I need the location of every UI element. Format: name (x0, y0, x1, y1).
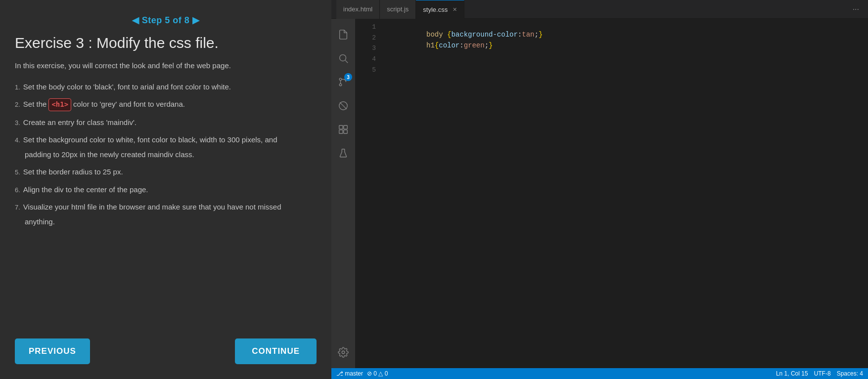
svg-rect-7 (339, 126, 343, 129)
tab-label-style: style.css (423, 6, 448, 13)
svg-line-1 (345, 60, 348, 63)
svg-point-2 (339, 78, 342, 81)
item-text-7: Visualize your html file in the browser … (23, 201, 281, 213)
status-ln-col: Ln 1, Col 15 (776, 370, 808, 377)
svg-point-4 (339, 84, 342, 86)
line-number-2: 2 (360, 34, 376, 42)
item-post-2: color to 'grey' and font to verdana. (73, 98, 185, 111)
line-number-5: 5 (360, 66, 376, 74)
item-number-3: 3. (15, 118, 20, 128)
status-bar-right: Ln 1, Col 15 UTF-8 Spaces: 4 (776, 370, 863, 377)
tab-index-html[interactable]: index.html (336, 0, 380, 19)
continue-button[interactable]: CONTINUE (235, 338, 317, 364)
status-branch: ⎇ master (336, 370, 363, 377)
status-bar-left: ⎇ master ⊘ 0 △ 0 (336, 370, 388, 377)
status-bar: ⎇ master ⊘ 0 △ 0 Ln 1, Col 15 UTF-8 Spac… (331, 368, 868, 379)
activity-search-icon[interactable] (331, 46, 355, 70)
item-text-6: Align the div to the center of the page. (23, 183, 148, 196)
item-text-1: Set the body color to 'black', font to a… (23, 81, 231, 93)
item-text-4: Set the background color to white, font … (23, 133, 277, 146)
item-number-6: 6. (15, 185, 20, 196)
editor-tabbar: index.html script.js style.css ✕ ··· (331, 0, 868, 19)
source-control-badge: 3 (344, 73, 352, 81)
activity-flask-icon[interactable] (331, 141, 355, 165)
instruction-item-1: 1. Set the body color to 'black', font t… (15, 81, 317, 93)
instruction-item-6: 6. Align the div to the center of the pa… (15, 183, 317, 196)
line-number-4: 4 (360, 55, 376, 63)
code-line-1: 1 body {background-color:tan;} (355, 23, 868, 34)
svg-line-6 (340, 102, 347, 109)
instruction-item-2: 2. Set the <h1> color to 'grey' and font… (15, 98, 317, 111)
item-number-7: 7. (15, 202, 20, 213)
item-number-5: 5. (15, 167, 20, 178)
line-number-1: 1 (360, 23, 376, 31)
item-pre-2: Set the (23, 98, 47, 111)
svg-rect-9 (339, 130, 343, 133)
editor-body: 3 (331, 19, 868, 368)
tab-script-js[interactable]: script.js (380, 0, 416, 19)
activity-extensions-icon[interactable] (331, 118, 355, 141)
step-nav[interactable]: ◀ Step 5 of 8 ▶ (15, 15, 317, 26)
intro-text: In this exercise, you will correct the l… (15, 60, 317, 72)
status-encoding: UTF-8 (814, 370, 831, 377)
activity-settings-icon[interactable] (331, 340, 355, 364)
code-editor[interactable]: 1 body {background-color:tan;} 2 h1{colo… (355, 19, 868, 368)
item-text-3: Create an entry for class 'maindiv'. (23, 116, 137, 129)
exercise-title: Exercise 3 : Modify the css file. (15, 35, 317, 51)
svg-point-0 (340, 55, 346, 61)
item-indent-7: anything. (15, 215, 55, 228)
activity-files-icon[interactable] (331, 23, 355, 46)
code-line-5: 5 (355, 66, 868, 77)
item-number-2: 2. (15, 99, 20, 110)
instruction-item-4: 4. Set the background color to white, fo… (15, 133, 317, 161)
item-number-1: 1. (15, 82, 20, 93)
instruction-item-7: 7. Visualize your html file in the brows… (15, 201, 317, 228)
item-indent-4: padding to 20px in the newly created mai… (15, 148, 194, 161)
activity-source-control-icon[interactable]: 3 (331, 70, 355, 94)
h1-tag-badge: <h1> (48, 98, 71, 111)
instruction-item-5: 5. Set the border radius to 25 px. (15, 166, 317, 178)
tab-style-css[interactable]: style.css ✕ (416, 0, 464, 19)
topbar-more-icon[interactable]: ··· (849, 5, 863, 14)
activity-bottom (331, 340, 355, 368)
tab-close-style[interactable]: ✕ (453, 6, 457, 13)
activity-debug-icon[interactable] (331, 94, 355, 118)
tab-label-script: script.js (387, 5, 409, 13)
code-line-3: 3 (355, 44, 868, 55)
instruction-item-3: 3. Create an entry for class 'maindiv'. (15, 116, 317, 129)
line-number-3: 3 (360, 44, 376, 52)
status-errors: ⊘ 0 △ 0 (367, 370, 388, 377)
svg-rect-10 (344, 130, 347, 133)
code-line-2: 2 h1{color:green;} (355, 34, 868, 44)
svg-point-11 (342, 351, 345, 354)
buttons-row: PREVIOUS CONTINUE (15, 338, 317, 364)
instructions: 1. Set the body color to 'black', font t… (15, 81, 317, 324)
right-panel: index.html script.js style.css ✕ ··· (331, 0, 868, 379)
activity-bar: 3 (331, 19, 355, 368)
item-text-5: Set the border radius to 25 px. (23, 166, 123, 178)
code-line-4: 4 (355, 55, 868, 66)
svg-rect-8 (344, 126, 347, 129)
left-panel: ◀ Step 5 of 8 ▶ Exercise 3 : Modify the … (0, 0, 331, 379)
tab-label-index: index.html (343, 5, 372, 13)
status-spaces: Spaces: 4 (837, 370, 863, 377)
item-number-4: 4. (15, 135, 20, 146)
previous-button[interactable]: PREVIOUS (15, 338, 90, 364)
